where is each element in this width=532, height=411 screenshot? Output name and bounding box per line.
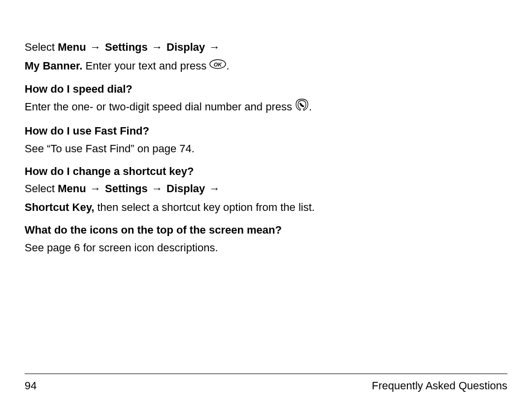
instruction-select-display: Select Menu → Settings → Display → [25, 39, 507, 55]
settings-label: Settings [105, 41, 148, 53]
menu-label: Menu [58, 182, 86, 195]
menu-label: Menu [58, 41, 86, 53]
arrow-icon: → [89, 182, 102, 195]
display-label: Display [166, 182, 205, 195]
question-fast-find: How do I use Fast Find? [25, 123, 507, 139]
answer-speed-dial: Enter the one- or two-digit speed dial n… [25, 99, 507, 116]
page-number: 94 [25, 378, 36, 394]
text-prefix: Select [25, 182, 58, 195]
answer-fast-find: See “To use Fast Find” on page 74. [25, 141, 507, 157]
arrow-icon: → [151, 41, 164, 53]
text-rest: then select a shortcut key option from t… [94, 201, 315, 213]
period: . [309, 101, 312, 113]
svg-text:OK: OK [214, 62, 223, 68]
arrow-icon: → [208, 41, 221, 53]
call-icon [295, 98, 309, 115]
instruction-shortcut-path: Select Menu → Settings → Display → [25, 181, 507, 197]
section-title: Frequently Asked Questions [372, 378, 507, 394]
arrow-icon: → [89, 41, 102, 53]
period: . [226, 60, 229, 72]
display-label: Display [166, 41, 205, 53]
question-speed-dial: How do I speed dial? [25, 81, 507, 97]
text-rest: Enter your text and press [82, 60, 209, 72]
text-prefix: Select [25, 41, 58, 53]
ok-icon: OK [209, 58, 226, 73]
question-shortcut-key: How do I change a shortcut key? [25, 164, 507, 179]
settings-label: Settings [105, 182, 148, 195]
page-footer: 94 Frequently Asked Questions [25, 378, 507, 394]
shortcut-key-label: Shortcut Key, [25, 201, 94, 213]
footer-divider [25, 374, 507, 374]
answer-text: Enter the one- or two-digit speed dial n… [25, 101, 295, 113]
mybanner-label: My Banner. [25, 60, 82, 72]
arrow-icon: → [151, 182, 164, 195]
answer-icons-meaning: See page 6 for screen icon descriptions. [25, 240, 507, 256]
arrow-icon: → [208, 182, 221, 195]
question-icons-meaning: What do the icons on the top of the scre… [25, 222, 507, 238]
instruction-shortcut-key: Shortcut Key, then select a shortcut key… [25, 200, 507, 215]
instruction-mybanner: My Banner. Enter your text and press OK … [25, 58, 507, 74]
